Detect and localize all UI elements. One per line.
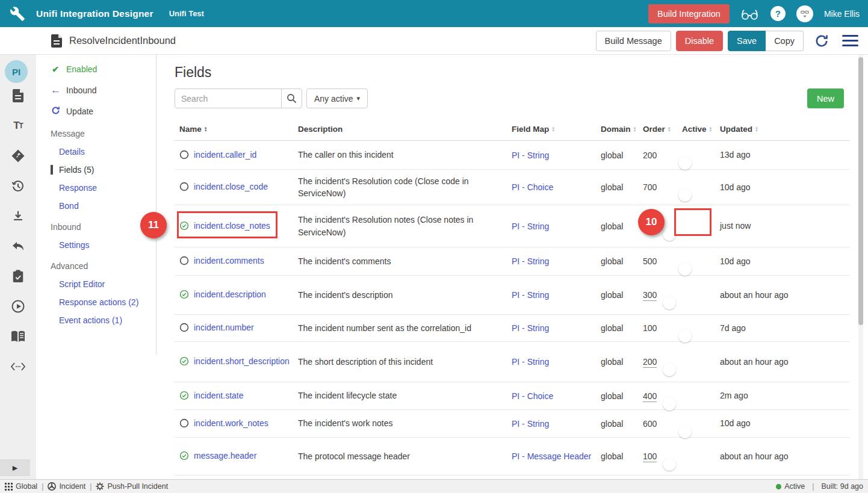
- history-icon[interactable]: [10, 178, 26, 194]
- nav-item-fields[interactable]: Fields (5): [51, 165, 156, 175]
- annotation-badge-10: 10: [638, 209, 665, 235]
- column-name[interactable]: Name▲▼: [175, 125, 293, 134]
- column-active[interactable]: Active▲▼: [677, 125, 720, 134]
- field-map-link[interactable]: PI - Choice: [512, 182, 553, 192]
- integration-avatar[interactable]: PI: [5, 60, 28, 83]
- preview-glasses-icon[interactable]: [740, 7, 760, 20]
- column-field-map[interactable]: Field Map▲▼: [507, 125, 596, 134]
- nav-item-event-actions[interactable]: Event actions (1): [51, 315, 156, 325]
- field-map-link[interactable]: PI - String: [512, 150, 549, 160]
- field-map-link[interactable]: PI - String: [512, 290, 549, 300]
- statusbar-build-status: Active | Built: 9d ago: [776, 482, 863, 491]
- disable-button[interactable]: Disable: [676, 31, 723, 51]
- statusbar-domain[interactable]: Global: [5, 482, 37, 491]
- field-name-link[interactable]: message.header: [194, 451, 256, 460]
- incident-app-icon: [48, 482, 56, 491]
- search-input[interactable]: [175, 88, 282, 108]
- help-icon[interactable]: ?: [770, 6, 786, 21]
- field-order-value[interactable]: 500: [643, 256, 657, 266]
- field-active-status-icon: [179, 391, 189, 400]
- nav-item-script-editor[interactable]: Script Editor: [51, 279, 156, 289]
- field-active-status-icon: [179, 256, 189, 265]
- field-name-link[interactable]: incident.state: [194, 391, 244, 400]
- field-description: The incident's Resolution notes (Close n…: [293, 214, 507, 238]
- field-order-value[interactable]: 200: [643, 357, 657, 368]
- copy-button[interactable]: Copy: [766, 31, 804, 51]
- nav-item-response[interactable]: Response: [51, 183, 156, 193]
- fields-title: Fields: [175, 64, 850, 81]
- field-active-status-icon: [179, 150, 189, 160]
- field-active-status-icon: [179, 182, 189, 191]
- field-name-link[interactable]: incident.caller_id: [194, 150, 256, 160]
- table-row: incident.state The incident lifecycle st…: [175, 382, 850, 410]
- wrench-logo-icon[interactable]: [8, 5, 26, 23]
- column-domain[interactable]: Domain▲▼: [596, 125, 638, 134]
- fields-table-body: incident.caller_id The caller on this in…: [175, 141, 850, 476]
- build-integration-button[interactable]: Build Integration: [648, 4, 730, 23]
- text-fields-icon[interactable]: TT: [10, 118, 26, 134]
- field-name-link[interactable]: incident.short_description: [194, 356, 290, 366]
- new-field-button[interactable]: New: [807, 88, 844, 108]
- field-domain: global: [596, 182, 638, 192]
- field-map-link[interactable]: PI - String: [512, 222, 549, 231]
- sort-icon: ▲▼: [204, 126, 208, 132]
- field-map-link[interactable]: PI - String: [512, 256, 549, 266]
- column-order[interactable]: Order▲▼: [638, 125, 677, 134]
- field-domain: global: [596, 222, 638, 231]
- save-button[interactable]: Save: [728, 31, 766, 51]
- field-name-link[interactable]: incident.close_code: [194, 182, 268, 191]
- download-icon[interactable]: [10, 208, 26, 224]
- refresh-icon[interactable]: [814, 34, 829, 48]
- field-name-link[interactable]: incident.description: [194, 290, 266, 299]
- field-name-link[interactable]: incident.number: [194, 323, 254, 332]
- column-description[interactable]: Description: [293, 125, 507, 134]
- field-map-link[interactable]: PI - String: [512, 419, 549, 429]
- app-title: Unifi Integration Designer: [36, 8, 153, 19]
- field-active-status-icon: [179, 290, 189, 299]
- field-order-value[interactable]: 700: [643, 182, 657, 192]
- gear-icon: [96, 482, 104, 491]
- vertical-scrollbar[interactable]: [858, 55, 863, 479]
- statusbar-process[interactable]: Push-Pull Incident: [96, 482, 168, 491]
- field-map-link[interactable]: PI - Choice: [512, 391, 553, 401]
- field-map-link[interactable]: PI - String: [512, 323, 549, 333]
- workspace-name: Unifi Test: [169, 9, 204, 18]
- active-filter-dropdown[interactable]: Any active▾: [306, 88, 368, 108]
- nav-item-response-actions[interactable]: Response actions (2): [51, 297, 156, 307]
- field-updated: 13d ago: [720, 149, 792, 161]
- user-avatar[interactable]: [796, 5, 813, 22]
- document-header: ResolveIncidentInbound Build Message Dis…: [0, 27, 868, 55]
- field-order-value[interactable]: 100: [643, 451, 657, 462]
- field-order-value[interactable]: 400: [643, 391, 657, 402]
- expand-rail-button[interactable]: ▶: [0, 459, 30, 476]
- tasks-clipboard-icon[interactable]: [10, 268, 26, 284]
- nav-item-details[interactable]: Details: [51, 147, 156, 157]
- field-order-value[interactable]: 600: [643, 419, 657, 429]
- nav-item-settings[interactable]: Settings: [51, 240, 156, 250]
- navigation-diamond-icon[interactable]: [10, 148, 26, 164]
- reply-icon[interactable]: [10, 238, 26, 254]
- field-name-link[interactable]: incident.work_notes: [194, 418, 268, 428]
- annotation-badge-11: 11: [140, 212, 167, 238]
- field-order-value[interactable]: 100: [643, 323, 657, 333]
- field-order-value[interactable]: 300: [643, 290, 657, 301]
- nav-item-bond[interactable]: Bond: [51, 201, 156, 211]
- document-rail-icon[interactable]: [10, 88, 26, 104]
- field-active-status-icon: [179, 356, 189, 366]
- field-map-link[interactable]: PI - Message Header: [512, 451, 591, 461]
- field-order-value[interactable]: 200: [643, 150, 657, 160]
- status-bar: Global | Incident | Push-Pull Incident A…: [0, 479, 868, 493]
- nav-section-advanced: Advanced: [51, 261, 156, 271]
- statusbar-application[interactable]: Incident: [48, 482, 85, 491]
- build-message-button[interactable]: Build Message: [596, 31, 671, 51]
- menu-icon[interactable]: [842, 35, 858, 46]
- field-map-link[interactable]: PI - String: [512, 357, 549, 367]
- search-icon[interactable]: [281, 88, 302, 108]
- field-name-link[interactable]: incident.comments: [194, 256, 264, 265]
- play-circle-icon[interactable]: [10, 299, 26, 314]
- scrollbar-thumb[interactable]: [858, 57, 863, 325]
- sort-icon: ▲▼: [633, 126, 637, 132]
- documentation-book-icon[interactable]: [10, 329, 26, 344]
- code-icon[interactable]: [10, 359, 26, 374]
- column-updated[interactable]: Updated▲▼: [720, 125, 792, 134]
